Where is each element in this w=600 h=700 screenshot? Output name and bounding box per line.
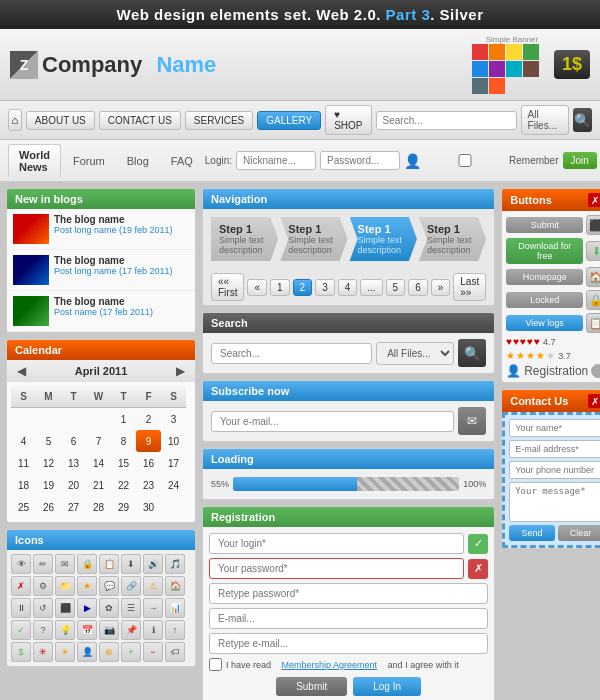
submit-button[interactable]: Submit: [506, 217, 583, 233]
search-button[interactable]: 🔍: [573, 108, 592, 132]
shop-button[interactable]: ♥ SHOP: [325, 105, 371, 135]
icon-user[interactable]: 👤: [77, 642, 97, 662]
step-2[interactable]: Step 1 Simple text description: [280, 217, 347, 261]
icon-edit[interactable]: ✏: [33, 554, 53, 574]
reg-password-input[interactable]: [209, 558, 464, 579]
icon-asterisk[interactable]: ✳: [33, 642, 53, 662]
icon-check[interactable]: ✓: [11, 620, 31, 640]
cal-cell[interactable]: 11: [11, 452, 36, 474]
contact-message-input[interactable]: [509, 482, 600, 522]
cal-cell[interactable]: 23: [136, 474, 161, 496]
reg-email-input[interactable]: [209, 608, 488, 629]
step-4[interactable]: Step 1 Simple text description: [419, 217, 486, 261]
cal-cell[interactable]: 17: [161, 452, 186, 474]
step-1[interactable]: Step 1 Simple text description: [211, 217, 278, 261]
about-us-button[interactable]: ABOUT US: [26, 111, 95, 130]
cal-cell[interactable]: 20: [61, 474, 86, 496]
reg-icon-1[interactable]: [591, 364, 600, 378]
cal-cell[interactable]: 2: [136, 408, 161, 430]
icon-flower[interactable]: ✿: [99, 598, 119, 618]
icon-arrow-right[interactable]: →: [143, 598, 163, 618]
cal-cell[interactable]: 7: [86, 430, 111, 452]
search-filter-select[interactable]: All Files...: [376, 342, 454, 365]
icon-tag[interactable]: 🏷: [165, 642, 185, 662]
icon-star[interactable]: ★: [77, 576, 97, 596]
home-button[interactable]: ⌂: [8, 109, 22, 131]
contact-us-button[interactable]: CONTACT US: [99, 111, 181, 130]
reg-login-input[interactable]: [209, 533, 464, 554]
agree-checkbox[interactable]: [209, 658, 222, 671]
cal-cell[interactable]: 19: [36, 474, 61, 496]
step-3[interactable]: Step 1 Simple text description: [350, 217, 417, 261]
icon-stop[interactable]: ⬛: [55, 598, 75, 618]
icon-close[interactable]: ✗: [11, 576, 31, 596]
cal-cell-today[interactable]: 9: [136, 430, 161, 452]
join-button[interactable]: Join: [563, 152, 597, 169]
tab-world-news[interactable]: World News: [8, 144, 61, 177]
calendar-prev-button[interactable]: ◀: [17, 364, 26, 378]
icon-mail[interactable]: ✉: [55, 554, 75, 574]
icon-warn[interactable]: ⚠: [143, 576, 163, 596]
icon-clip[interactable]: 📋: [99, 554, 119, 574]
icon-up[interactable]: ↑: [165, 620, 185, 640]
page-last-button[interactable]: Last »»: [453, 273, 486, 301]
page-2-button[interactable]: 2: [293, 279, 313, 296]
icon-chart[interactable]: 📊: [165, 598, 185, 618]
email-input[interactable]: [211, 411, 454, 432]
cal-cell[interactable]: 30: [136, 496, 161, 518]
icon-lock[interactable]: 🔒: [77, 554, 97, 574]
page-3-button[interactable]: 3: [315, 279, 335, 296]
services-button[interactable]: SERVICES: [185, 111, 253, 130]
cal-cell[interactable]: 21: [86, 474, 111, 496]
icon-pin[interactable]: 📌: [121, 620, 141, 640]
cal-cell[interactable]: 29: [111, 496, 136, 518]
page-6-button[interactable]: 6: [408, 279, 428, 296]
buttons-close-button[interactable]: ✗: [588, 193, 600, 207]
membership-link[interactable]: Membership Agreement: [282, 660, 378, 670]
icon-settings[interactable]: ☰: [121, 598, 141, 618]
cal-cell[interactable]: 25: [11, 496, 36, 518]
icon-bulb[interactable]: 💡: [55, 620, 75, 640]
search-filter[interactable]: All Files...: [521, 105, 569, 135]
icon-rss[interactable]: ⊛: [99, 642, 119, 662]
icon-play[interactable]: ▶: [77, 598, 97, 618]
download-button[interactable]: Download for free: [506, 238, 583, 264]
cal-cell[interactable]: 27: [61, 496, 86, 518]
tab-faq[interactable]: FAQ: [161, 151, 203, 171]
icon-plus[interactable]: +: [121, 642, 141, 662]
viewlogs-button[interactable]: View logs: [506, 315, 583, 331]
cal-cell[interactable]: 13: [61, 452, 86, 474]
cal-cell[interactable]: 14: [86, 452, 111, 474]
icon-question[interactable]: ?: [33, 620, 53, 640]
homepage-button[interactable]: Homepage: [506, 269, 583, 285]
reg-submit-button[interactable]: Submit: [276, 677, 347, 696]
cal-cell[interactable]: 4: [11, 430, 36, 452]
icon-music[interactable]: 🎵: [165, 554, 185, 574]
password-input[interactable]: [320, 151, 400, 170]
cal-cell[interactable]: 28: [86, 496, 111, 518]
icon-folder[interactable]: 📁: [55, 576, 75, 596]
cal-cell[interactable]: 16: [136, 452, 161, 474]
contact-close-button[interactable]: ✗: [588, 394, 600, 408]
page-4-button[interactable]: 4: [338, 279, 358, 296]
reg-retype-email-input[interactable]: [209, 633, 488, 654]
icon-minus[interactable]: −: [143, 642, 163, 662]
icon-down[interactable]: ⬇: [121, 554, 141, 574]
cal-cell[interactable]: 12: [36, 452, 61, 474]
icon-dollar[interactable]: $: [11, 642, 31, 662]
icon-chat[interactable]: 💬: [99, 576, 119, 596]
page-next-button[interactable]: »: [431, 279, 451, 296]
icon-sun[interactable]: ☀: [55, 642, 75, 662]
subscribe-button[interactable]: ✉: [458, 407, 486, 435]
main-search-input[interactable]: [211, 343, 372, 364]
icon-camera[interactable]: 📷: [99, 620, 119, 640]
reg-login-button[interactable]: Log In: [353, 677, 421, 696]
locked-button[interactable]: Locked: [506, 292, 583, 308]
contact-email-input[interactable]: [509, 440, 600, 458]
cal-cell[interactable]: 1: [111, 408, 136, 430]
cal-cell[interactable]: 24: [161, 474, 186, 496]
contact-clear-button[interactable]: Clear: [558, 525, 600, 541]
cal-cell[interactable]: 22: [111, 474, 136, 496]
cal-cell[interactable]: 18: [11, 474, 36, 496]
search-input[interactable]: [376, 111, 517, 130]
